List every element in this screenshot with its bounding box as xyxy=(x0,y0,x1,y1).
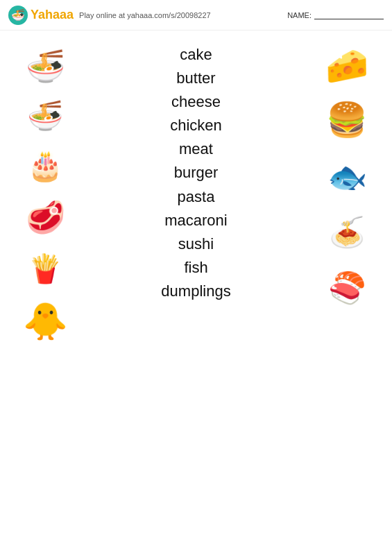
word-list: cake butter cheese chicken meat burger p… xyxy=(90,37,302,548)
word-fish: fish xyxy=(184,256,207,280)
cake-icon: 🎂 xyxy=(22,142,69,189)
noodle-bowl-icon: 🍜 xyxy=(22,42,69,89)
word-meat: meat xyxy=(179,137,213,161)
right-image-column: 🧀 🍔 🐟 🍝 🍣 xyxy=(302,37,392,548)
header: 🍜 Yahaaa Play online at yahaaa.com/s/200… xyxy=(0,0,392,31)
word-chicken: chicken xyxy=(170,114,222,137)
header-url: Play online at yahaaa.com/s/20098227 xyxy=(79,11,211,19)
pasta-plate-icon: 🍝 xyxy=(323,209,370,256)
word-sushi: sushi xyxy=(178,232,214,256)
word-cake: cake xyxy=(180,43,212,67)
word-burger: burger xyxy=(174,161,219,185)
word-cheese: cheese xyxy=(171,90,221,114)
chick-icon: 🐥 xyxy=(22,298,69,345)
ramen-bowl-icon: 🍜 xyxy=(22,92,69,139)
name-label: NAME: xyxy=(287,11,312,19)
word-pasta: pasta xyxy=(178,185,215,209)
sushi-icon: 🍣 xyxy=(323,264,370,311)
word-dumplings: dumplings xyxy=(161,280,230,303)
steak-icon: 🥩 xyxy=(22,194,69,241)
word-butter: butter xyxy=(176,67,215,90)
header-name-area: NAME: xyxy=(287,11,384,19)
logo-area: 🍜 Yahaaa xyxy=(8,6,74,25)
logo-text: Yahaaa xyxy=(31,8,74,22)
fish-icon: 🐟 xyxy=(323,153,370,200)
main-content: 🍜 🍜 🎂 🥩 🍟 🐥 cake butter cheese chicken m… xyxy=(0,31,392,555)
burger-icon: 🍔 xyxy=(323,96,370,144)
cheese-icon: 🧀 xyxy=(323,42,370,89)
logo-icon: 🍜 xyxy=(8,6,28,25)
word-macaroni: macaroni xyxy=(164,209,227,232)
fries-icon: 🍟 xyxy=(22,245,69,292)
left-image-column: 🍜 🍜 🎂 🥩 🍟 🐥 xyxy=(0,37,90,548)
name-line xyxy=(314,11,384,19)
